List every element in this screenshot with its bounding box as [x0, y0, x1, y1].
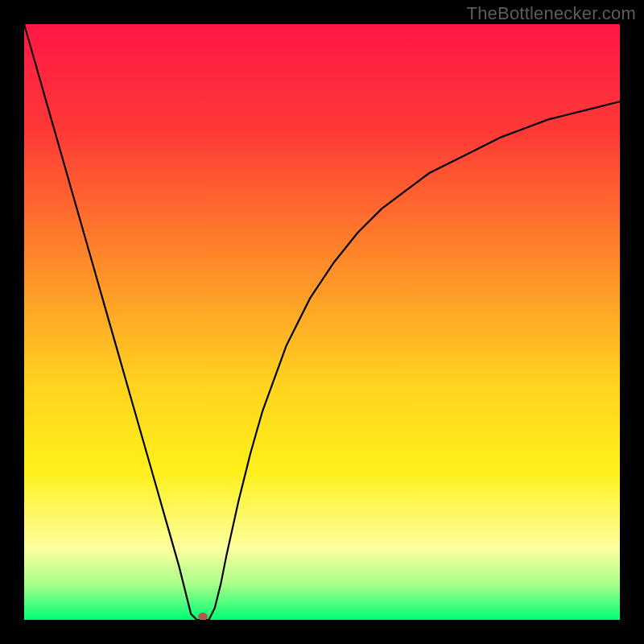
chart-frame: TheBottlenecker.com — [0, 0, 644, 644]
chart-plot — [24, 24, 620, 620]
plot-background — [24, 24, 620, 620]
watermark-text: TheBottlenecker.com — [467, 3, 636, 24]
